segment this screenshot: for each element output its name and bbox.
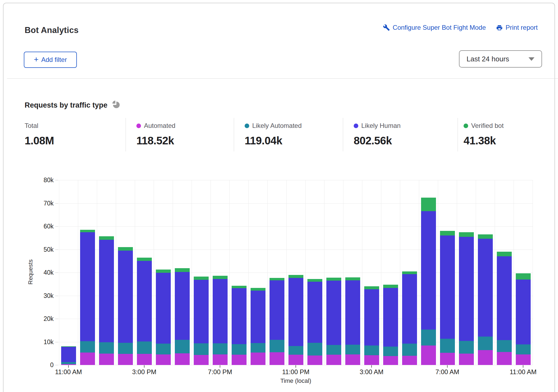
bar-segment-automated xyxy=(61,364,76,365)
x-axis-tick-label: 3:00 PM xyxy=(125,368,163,376)
bar-segment-verified-bot xyxy=(288,275,303,278)
bar-segment-likely-human xyxy=(232,288,247,344)
bar-segment-verified-bot xyxy=(80,230,95,232)
bar-segment-likely-automated xyxy=(232,344,247,355)
bar-segment-verified-bot xyxy=(345,277,360,280)
bar-segment-likely-automated xyxy=(118,343,133,354)
x-tick xyxy=(220,365,220,368)
bar-segment-automated xyxy=(497,352,512,365)
y-tick xyxy=(55,226,58,227)
y-tick xyxy=(55,273,58,273)
x-tick xyxy=(371,365,372,368)
x-tick xyxy=(144,365,145,368)
y-axis-tick-label: 20k xyxy=(35,315,54,323)
bar-segment-automated xyxy=(99,354,114,365)
x-axis-tick-label: 3:00 AM xyxy=(353,368,390,376)
bar-segment-likely-automated xyxy=(288,346,303,355)
bar-segment-verified-bot xyxy=(194,277,209,280)
y-axis-tick-label: 0 xyxy=(35,361,54,369)
bar-segment-verified-bot xyxy=(383,285,398,288)
bar-segment-automated xyxy=(137,354,152,365)
y-axis-tick-label: 70k xyxy=(35,200,54,207)
bar-segment-verified-bot xyxy=(364,286,379,289)
bar-segment-automated xyxy=(80,353,95,365)
bar-segment-automated xyxy=(288,355,303,365)
bar-segment-likely-automated xyxy=(99,342,114,354)
bar-segment-automated xyxy=(194,355,209,365)
y-axis-tick-label: 30k xyxy=(35,292,54,300)
bar-segment-automated xyxy=(175,353,190,365)
bar-segment-likely-automated xyxy=(175,340,190,353)
y-axis-tick-label: 60k xyxy=(35,223,54,230)
bar-segment-likely-automated xyxy=(251,343,265,353)
x-axis-tick-label: 11:00 AM xyxy=(50,368,87,376)
bar-segment-verified-bot xyxy=(421,198,436,211)
bar-segment-automated xyxy=(478,350,493,365)
bar-segment-likely-human xyxy=(459,237,474,341)
bar-segment-likely-human xyxy=(402,274,417,344)
bar-segment-verified-bot xyxy=(175,268,190,272)
bar-segment-likely-human xyxy=(307,282,322,343)
bar-segment-likely-automated xyxy=(383,347,398,356)
bar-segment-automated xyxy=(156,354,171,365)
y-tick xyxy=(55,319,58,319)
bar-segment-likely-human xyxy=(194,280,209,344)
y-tick xyxy=(55,342,58,342)
bar-segment-automated xyxy=(307,356,322,365)
bar-segment-verified-bot xyxy=(307,279,322,282)
bot-analytics-page: Bot Analytics Configure Super Bot Fight … xyxy=(0,0,558,392)
bar-segment-likely-human xyxy=(497,256,512,340)
bar-segment-likely-human xyxy=(61,347,76,362)
bar-segment-likely-automated xyxy=(194,343,209,355)
bar-segment-automated xyxy=(232,355,247,365)
bar-segment-likely-human xyxy=(251,291,265,343)
bar-segment-verified-bot xyxy=(61,346,76,347)
x-tick xyxy=(447,365,448,368)
bar-segment-likely-automated xyxy=(80,341,95,353)
bar-segment-likely-human xyxy=(137,261,152,341)
bar-segment-likely-automated xyxy=(137,341,152,354)
bar-segment-likely-human xyxy=(99,240,114,342)
bar-segment-verified-bot xyxy=(440,231,455,235)
bar-segment-automated xyxy=(270,352,284,365)
bar-segment-verified-bot xyxy=(137,258,152,261)
bar-segment-likely-human xyxy=(326,281,341,345)
y-axis-tick-label: 40k xyxy=(35,269,54,276)
y-axis-tick-label: 10k xyxy=(35,338,54,346)
bar-segment-likely-automated xyxy=(497,340,512,352)
bar-segment-verified-bot xyxy=(270,278,284,280)
y-axis-tick-label: 50k xyxy=(35,246,54,253)
bar-segment-likely-automated xyxy=(516,344,531,354)
y-tick xyxy=(55,180,58,180)
x-axis-tick-label: 7:00 PM xyxy=(201,368,239,376)
x-axis-tick-label: 11:00 AM xyxy=(504,368,542,376)
x-tick xyxy=(68,365,69,368)
bar-segment-verified-bot xyxy=(326,278,341,281)
y-tick xyxy=(55,365,58,365)
bar-segment-likely-automated xyxy=(478,337,493,350)
gridline xyxy=(59,203,533,204)
x-axis-tick-label: 11:00 PM xyxy=(277,368,315,376)
bar-segment-likely-automated xyxy=(364,346,379,355)
bar-segment-likely-human xyxy=(516,280,531,344)
bar-segment-automated xyxy=(345,354,360,365)
gridline xyxy=(533,180,533,365)
bar-segment-verified-bot xyxy=(516,273,531,279)
bar-segment-likely-automated xyxy=(307,343,322,356)
bar-segment-likely-automated xyxy=(326,345,341,355)
bar-segment-likely-human xyxy=(156,273,171,344)
bar-segment-automated xyxy=(383,356,398,365)
bar-segment-verified-bot xyxy=(156,270,171,273)
requests-by-traffic-type-chart: 010k20k30k40k50k60k70k80k11:00 AM3:00 PM… xyxy=(4,3,558,392)
bar-segment-likely-human xyxy=(421,211,436,330)
y-tick xyxy=(55,250,58,250)
bar-segment-likely-human xyxy=(440,235,455,339)
x-tick xyxy=(296,365,296,368)
y-tick xyxy=(55,203,58,204)
bar-segment-verified-bot xyxy=(251,288,265,290)
bar-segment-verified-bot xyxy=(118,247,133,251)
bar-segment-verified-bot xyxy=(232,286,247,288)
gridline xyxy=(59,180,533,180)
x-tick xyxy=(523,365,523,368)
bar-segment-automated xyxy=(118,354,133,365)
